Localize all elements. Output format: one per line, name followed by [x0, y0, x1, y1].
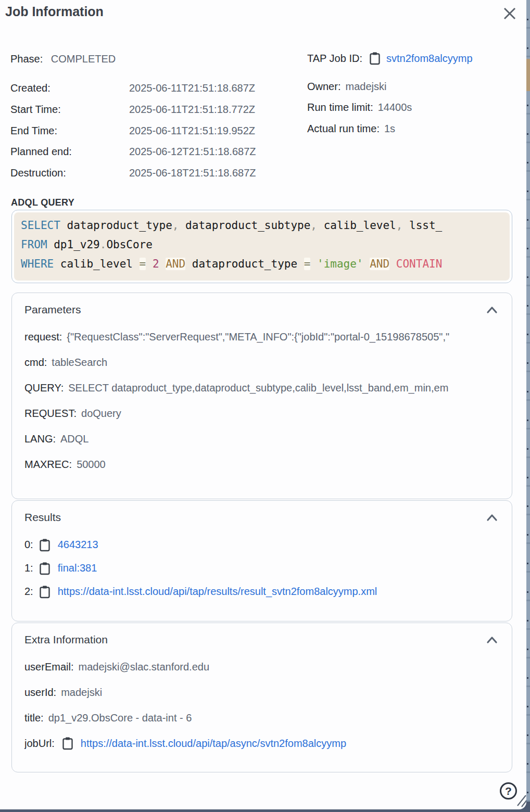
results-section: Results 0:46432131:final:3812:https://da… [11, 500, 512, 621]
code-token: FROM [21, 238, 47, 251]
parameters-collapse-button[interactable] [486, 305, 498, 314]
owner-row: Actual run time:1s [307, 123, 412, 144]
clipboard-icon [369, 52, 381, 65]
time-label: Planned end: [10, 146, 129, 158]
results-title: Results [24, 511, 61, 524]
code-token [389, 258, 396, 270]
clipboard-copy-button[interactable] [39, 538, 51, 552]
parameter-label: MAXREC: [24, 459, 72, 470]
code-token: AND [166, 258, 185, 270]
code-token: 'image' [317, 258, 363, 270]
owner-row: Owner:madejski [307, 81, 412, 102]
code-token [159, 258, 166, 270]
background-table-strip [526, 0, 530, 802]
parameter-row: QUERY:SELECT dataproduct_type,dataproduc… [24, 381, 499, 395]
parameter-value: 50000 [77, 459, 106, 470]
code-line: WHERE calib_level = 2 AND dataproduct_ty… [21, 255, 503, 274]
dialog-title: Job Information [5, 4, 104, 19]
results-collapse-button[interactable] [486, 513, 498, 522]
result-link[interactable]: 4643213 [58, 538, 98, 552]
owner-row: Run time limit:14400s [307, 102, 412, 122]
code-token: dataproduct_subtype [179, 219, 310, 232]
time-label: Created: [10, 82, 129, 94]
code-token: , [310, 219, 317, 232]
code-token: = [304, 258, 311, 270]
clipboard-copy-button[interactable] [39, 562, 51, 575]
chevron-up-icon [486, 305, 498, 314]
extra-row: title:dp1_v29.ObsCore - data-int - 6 [24, 711, 499, 725]
code-token [363, 258, 370, 270]
code-token: WHERE [21, 258, 54, 270]
code-token: SELECT [21, 219, 60, 232]
result-row: 0:4643213 [24, 538, 499, 552]
extra-information-section: Extra Information userEmail:madejski@sla… [11, 623, 512, 772]
parameters-header: Parameters [12, 293, 512, 316]
parameters-section: Parameters request:{"RequestClass":"Serv… [11, 293, 512, 499]
time-label: Start Time: [10, 104, 129, 116]
parameter-label: request: [24, 331, 62, 342]
extra-collapse-button[interactable] [486, 635, 498, 644]
adql-query-box: SELECT dataproduct_type, dataproduct_sub… [11, 210, 512, 283]
parameter-label: LANG: [24, 433, 56, 445]
result-index: 1: [24, 561, 33, 575]
extra-label: userEmail: [24, 660, 73, 674]
adql-query-heading: ADQL QUERY [11, 197, 74, 208]
code-token: lsst_ [402, 219, 442, 232]
clipboard-icon [39, 585, 51, 599]
result-index: 0: [24, 538, 33, 552]
close-button[interactable] [502, 6, 518, 21]
extra-label: title: [24, 711, 44, 725]
parameter-value: doQuery [81, 408, 121, 419]
owner-label: Run time limit: [307, 102, 373, 113]
clipboard-copy-button[interactable] [61, 737, 74, 750]
extra-link[interactable]: https://data-int.lsst.cloud/api/tap/asyn… [81, 737, 346, 750]
clipboard-copy-button[interactable] [369, 52, 381, 65]
parameter-value: ADQL [60, 433, 89, 445]
adql-code: SELECT dataproduct_type, dataproduct_sub… [14, 212, 510, 281]
result-link[interactable]: final:381 [58, 561, 97, 575]
result-row: 2:https://data-int.lsst.cloud/api/tap/re… [24, 585, 499, 599]
code-token: , [172, 219, 179, 232]
time-label: Destruction: [10, 167, 129, 179]
job-information-dialog: Job Information Phase: COMPLETED TAP Job… [0, 0, 526, 809]
time-value: 2025-06-12T21:51:18.687Z [129, 146, 256, 158]
code-token [146, 258, 153, 270]
parameter-row: REQUEST:doQuery [24, 407, 499, 420]
tap-job-id-link[interactable]: svtn2fom8alcyymp [386, 53, 473, 65]
help-button[interactable]: ? [500, 782, 517, 800]
parameter-value: {"RequestClass":"ServerRequest","META_IN… [67, 331, 449, 342]
extra-information-title: Extra Information [24, 633, 108, 646]
extra-information-header: Extra Information [12, 623, 512, 646]
time-row: Created:2025-06-11T21:51:18.687Z [10, 82, 292, 104]
code-token: , [396, 219, 403, 232]
owner-value: madejski [345, 81, 386, 92]
code-token: = [140, 258, 146, 270]
parameter-value: SELECT dataproduct_type,dataproduct_subt… [68, 382, 448, 394]
parameters-title: Parameters [24, 303, 81, 316]
code-token: dataproduct_type [60, 219, 172, 232]
result-index: 2: [24, 585, 33, 599]
parameter-label: REQUEST: [24, 408, 77, 419]
result-link[interactable]: https://data-int.lsst.cloud/api/tap/resu… [58, 585, 377, 599]
code-token: dp1_v29 [47, 238, 100, 251]
extra-information-rows: userEmail:madejski@slac.stanford.eduuser… [12, 646, 512, 750]
question-mark-icon: ? [505, 785, 512, 797]
parameter-label: cmd: [24, 357, 47, 368]
time-label: End Time: [10, 125, 129, 137]
tap-job-id-row: TAP Job ID: svtn2fom8alcyymp [307, 52, 473, 65]
chevron-up-icon [486, 513, 498, 522]
clipboard-icon [39, 562, 51, 575]
close-icon [502, 6, 518, 21]
extra-label: userId: [24, 686, 56, 699]
time-row: End Time:2025-06-11T21:51:19.952Z [10, 125, 292, 146]
phase-label: Phase: [10, 53, 43, 65]
code-line: FROM dp1_v29.ObsCore [21, 235, 503, 255]
parameter-row: MAXREC:50000 [24, 458, 499, 471]
time-value: 2025-06-11T21:51:18.687Z [129, 82, 255, 94]
time-value: 2025-06-11T21:51:19.952Z [129, 125, 255, 137]
code-token: 2 [153, 258, 159, 270]
clipboard-copy-button[interactable] [39, 585, 51, 599]
time-row: Destruction:2025-06-18T21:51:18.687Z [10, 167, 292, 188]
times-table: Created:2025-06-11T21:51:18.687ZStart Ti… [10, 82, 292, 188]
results-rows: 0:46432131:final:3812:https://data-int.l… [12, 524, 512, 599]
